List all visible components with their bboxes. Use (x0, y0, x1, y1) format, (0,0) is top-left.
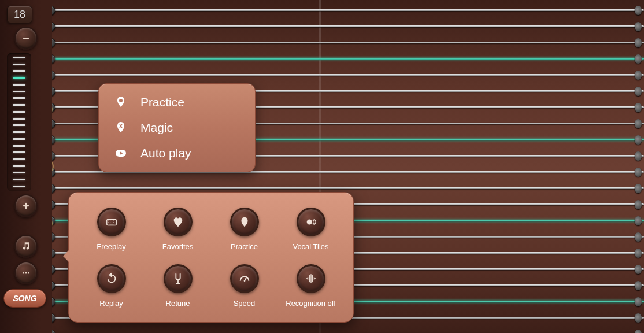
string-loop (635, 6, 642, 15)
slider-tick (13, 186, 25, 187)
string[interactable] (51, 42, 644, 43)
slider-tick (13, 111, 25, 113)
svg-point-6 (23, 272, 24, 274)
volume-slider[interactable] (7, 53, 31, 191)
slider-tick (13, 84, 25, 86)
string-loop (635, 119, 642, 128)
more-button[interactable] (14, 261, 38, 284)
left-sidebar: 18 SONG (0, 0, 52, 333)
slider-tick (13, 57, 25, 58)
svg-point-9 (119, 99, 123, 102)
svg-rect-5 (23, 205, 29, 206)
grid-item-label: Freeplay (97, 242, 126, 251)
string[interactable] (51, 187, 644, 189)
string-loop (635, 103, 642, 112)
grid-item-label: Practice (231, 242, 258, 251)
waveform-icon (297, 264, 325, 293)
string[interactable] (51, 9, 644, 11)
song-button[interactable]: SONG (3, 289, 46, 308)
svg-point-7 (25, 272, 27, 274)
menu-item-magic[interactable]: Magic (99, 115, 255, 140)
string-loop (635, 249, 642, 258)
grid-item-heart[interactable]: Favorites (147, 203, 209, 255)
keyboard-icon (97, 208, 126, 236)
grid-item-label: Favorites (162, 242, 193, 251)
string[interactable] (51, 74, 644, 76)
replay-icon (97, 264, 126, 293)
string-loop (635, 232, 642, 242)
grid-item-label: Retune (166, 299, 190, 308)
mode-popup-menu: Practice Magic Auto play (98, 83, 256, 172)
grid-item-keyboard[interactable]: Freeplay (80, 203, 142, 255)
slider-tick (13, 104, 25, 106)
string[interactable] (51, 58, 644, 60)
slider-tick (13, 165, 25, 167)
string-loop (635, 200, 642, 209)
gauge-icon (230, 264, 259, 293)
slider-tick (13, 91, 25, 92)
menu-item-practice[interactable]: Practice (99, 90, 255, 115)
string-loop (635, 38, 642, 47)
vocal-icon (297, 208, 325, 236)
slider-tick (13, 77, 25, 79)
pick-spark-icon (113, 120, 129, 136)
string-loop (635, 54, 642, 64)
grid-item-vocal[interactable]: Vocal Tiles (280, 203, 342, 255)
string-loop (635, 281, 642, 290)
grid-item-gauge[interactable]: Speed (213, 260, 275, 312)
string-loop (635, 22, 642, 31)
string-loop (635, 297, 642, 306)
svg-point-12 (306, 219, 312, 224)
grid-item-label: Recognition off (286, 299, 336, 308)
grid-item-label: Vocal Tiles (293, 242, 328, 251)
slider-tick (13, 151, 25, 153)
plus-button[interactable] (14, 194, 38, 217)
slider-tick (13, 131, 25, 133)
string-count-badge: 18 (7, 6, 32, 23)
heart-icon (164, 208, 193, 236)
tuningfork-icon (164, 264, 193, 293)
grid-item-pick[interactable]: Practice (213, 203, 275, 255)
menu-item-label: Magic (140, 121, 173, 135)
options-popup-grid: FreeplayFavoritesPracticeVocal TilesRepl… (68, 192, 354, 323)
string-loop (635, 313, 642, 323)
slider-tick (13, 118, 25, 120)
string-loop (635, 71, 642, 80)
menu-item-autoplay[interactable]: Auto play (99, 140, 255, 166)
string-loop (635, 87, 642, 96)
pick-mic-icon (113, 94, 129, 110)
slider-tick (13, 145, 25, 147)
slider-tick (13, 138, 25, 140)
play-icon (113, 145, 129, 161)
grid-item-label: Replay (99, 299, 123, 308)
slider-tick (13, 124, 25, 126)
grid-item-label: Speed (234, 299, 256, 308)
svg-rect-3 (23, 38, 29, 39)
menu-item-label: Practice (140, 95, 184, 109)
string-loop (635, 216, 642, 225)
menu-item-label: Auto play (140, 146, 191, 160)
svg-point-13 (243, 280, 245, 282)
string-loop (635, 151, 642, 161)
grid-item-tuningfork[interactable]: Retune (147, 260, 209, 312)
slider-tick (13, 97, 25, 99)
string-loop (635, 265, 642, 274)
svg-point-8 (28, 272, 29, 274)
minus-button[interactable] (14, 27, 38, 50)
string-loop (635, 184, 642, 193)
music-button[interactable] (14, 235, 38, 258)
slider-tick (13, 64, 25, 65)
slider-tick (13, 70, 25, 72)
string-loop (635, 135, 642, 145)
slider-tick (13, 179, 25, 180)
slider-tick (13, 172, 25, 173)
grid-item-waveform[interactable]: Recognition off (280, 260, 342, 312)
string[interactable] (51, 25, 644, 27)
string-loop (635, 168, 642, 177)
string-loop (635, 330, 642, 334)
grid-item-replay[interactable]: Replay (80, 260, 142, 312)
pick-icon (230, 208, 259, 236)
slider-tick (13, 158, 25, 160)
